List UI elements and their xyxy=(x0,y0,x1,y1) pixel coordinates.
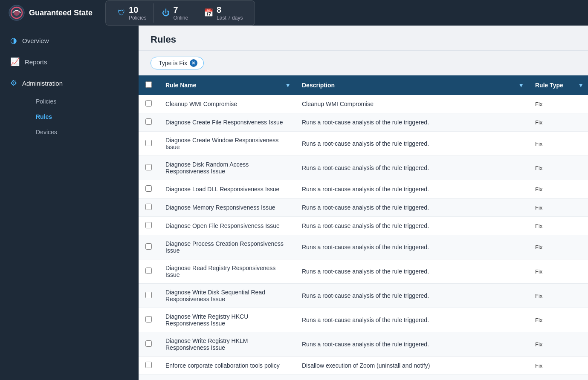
calendar-icon: 📅 xyxy=(204,8,213,17)
row-rule-name: Diagnose Load DLL Responsiveness Issue xyxy=(159,180,295,199)
row-rule-type: Fix xyxy=(528,235,588,259)
row-description: Runs a root-cause analysis of the rule t… xyxy=(295,284,528,308)
table-row: Diagnose Disk Random Access Responsivene… xyxy=(139,156,588,180)
sidebar-overview-label: Overview xyxy=(22,37,49,44)
row-checkbox-cell xyxy=(139,259,159,284)
row-rule-name: Diagnose Create Window Responsiveness Is… xyxy=(159,132,295,156)
policies-count: 10 xyxy=(129,5,146,15)
devices-label: Devices xyxy=(36,129,57,135)
table-row: Diagnose Process Creation Responsiveness… xyxy=(139,235,588,259)
row-checkbox-cell xyxy=(139,180,159,199)
sidebar-item-reports[interactable]: 📈 Reports xyxy=(0,51,139,72)
table-header-type: Rule Type ▼ xyxy=(528,75,588,95)
row-description: Runs a root-cause analysis of the rule t… xyxy=(295,217,528,235)
row-checkbox[interactable] xyxy=(145,185,152,192)
sidebar-submenu-administration: Policies Rules Devices xyxy=(0,94,139,140)
row-rule-name: Diagnose Write Registry HKLM Responsiven… xyxy=(159,332,295,357)
sidebar-item-overview[interactable]: ◑ Overview xyxy=(0,30,139,51)
row-checkbox-cell xyxy=(139,284,159,308)
row-rule-type: Fix xyxy=(528,217,588,235)
row-rule-name: Diagnose Write Registry HKCU Responsiven… xyxy=(159,308,295,332)
row-checkbox[interactable] xyxy=(145,316,152,322)
app-title: Guaranteed State xyxy=(29,9,93,17)
power-icon: ⏻ xyxy=(162,9,170,17)
row-rule-name: Diagnose Read Registry Responsiveness Is… xyxy=(159,259,295,284)
row-checkbox-cell xyxy=(139,113,159,132)
select-all-checkbox[interactable] xyxy=(145,81,152,88)
shield-icon: 🛡 xyxy=(118,9,125,17)
sidebar-reports-label: Reports xyxy=(25,58,47,66)
row-checkbox[interactable] xyxy=(145,100,152,107)
name-filter-icon[interactable]: ▼ xyxy=(285,82,291,89)
filter-chip-label: Type is Fix xyxy=(159,60,187,66)
table-row: Diagnose Load DLL Responsiveness Issue R… xyxy=(139,180,588,199)
row-checkbox[interactable] xyxy=(145,362,152,368)
row-checkbox[interactable] xyxy=(145,292,152,298)
row-checkbox[interactable] xyxy=(145,243,152,250)
table-header-name: Rule Name ▼ xyxy=(159,75,295,95)
top-stats: 🛡 10 Policies ⏻ 7 Online 📅 8 Last 7 days xyxy=(105,0,255,26)
table-row: Diagnose Create Window Responsiveness Is… xyxy=(139,132,588,156)
row-rule-type: Fix xyxy=(528,284,588,308)
rules-table: Rule Name ▼ Description ▼ Rule Type ▼ xyxy=(139,75,588,380)
table-row: Diagnose Write Disk Sequential Read Resp… xyxy=(139,284,588,308)
stat-online: ⏻ 7 Online xyxy=(155,3,195,23)
row-description: Runs a root-cause analysis of the rule t… xyxy=(295,132,528,156)
stat-lastdays: 📅 8 Last 7 days xyxy=(197,3,249,23)
row-checkbox[interactable] xyxy=(145,340,152,347)
stat-policies: 🛡 10 Policies xyxy=(111,3,154,23)
table-row: Diagnose Write Registry HKLM Responsiven… xyxy=(139,332,588,357)
desc-filter-icon[interactable]: ▼ xyxy=(518,82,524,89)
gear-icon: ⚙ xyxy=(10,78,17,88)
row-checkbox[interactable] xyxy=(145,268,152,274)
row-rule-name: Cleanup WMI Compromise xyxy=(159,95,295,113)
table-row: Diagnose Memory Responsiveness Issue Run… xyxy=(139,199,588,217)
row-rule-type: Fix xyxy=(528,259,588,284)
row-rule-name: Diagnose Process Creation Responsiveness… xyxy=(159,235,295,259)
online-label: Online xyxy=(173,15,188,21)
row-rule-type: Fix xyxy=(528,113,588,132)
policies-label: Policies xyxy=(36,98,56,105)
row-checkbox[interactable] xyxy=(145,204,152,210)
table-header-checkbox xyxy=(139,75,159,95)
row-description: Runs a root-cause analysis of the rule t… xyxy=(295,235,528,259)
row-description: Runs a root-cause analysis of the rule t… xyxy=(295,308,528,332)
sidebar-administration-label: Administration xyxy=(22,80,63,87)
type-filter-icon[interactable]: ▼ xyxy=(578,82,584,89)
row-rule-type: Fix xyxy=(528,132,588,156)
row-checkbox-cell xyxy=(139,308,159,332)
filter-bar: Type is Fix ✕ xyxy=(139,51,588,75)
row-checkbox-cell xyxy=(139,357,159,375)
row-checkbox[interactable] xyxy=(145,222,152,228)
filter-chip-close[interactable]: ✕ xyxy=(190,59,197,67)
table-row: Ensure ConfigMgr client is running Ensur… xyxy=(139,375,588,380)
row-rule-type: Fix xyxy=(528,95,588,113)
sidebar-item-rules[interactable]: Rules xyxy=(26,109,139,124)
row-rule-type: Fix xyxy=(528,332,588,357)
row-description: Runs a root-cause analysis of the rule t… xyxy=(295,113,528,132)
row-checkbox-cell xyxy=(139,95,159,113)
row-rule-name: Diagnose Write Disk Sequential Read Resp… xyxy=(159,284,295,308)
sidebar-item-policies[interactable]: Policies xyxy=(26,94,139,109)
page-title: Rules xyxy=(151,34,176,45)
row-description: Runs a root-cause analysis of the rule t… xyxy=(295,199,528,217)
sidebar-item-administration[interactable]: ⚙ Administration xyxy=(0,72,139,94)
sidebar-item-devices[interactable]: Devices xyxy=(26,124,139,140)
row-checkbox[interactable] xyxy=(145,118,152,125)
layout: ◑ Overview 📈 Reports ⚙ Administration Po… xyxy=(0,26,588,380)
row-checkbox-cell xyxy=(139,199,159,217)
online-count: 7 xyxy=(173,5,188,15)
row-checkbox-cell xyxy=(139,217,159,235)
row-rule-name: Diagnose Disk Random Access Responsivene… xyxy=(159,156,295,180)
row-checkbox[interactable] xyxy=(145,164,152,170)
lastdays-count: 8 xyxy=(217,5,243,15)
row-checkbox[interactable] xyxy=(145,140,152,146)
row-description: Ensure the ConfigMgr client service (CCM… xyxy=(295,375,528,380)
reports-icon: 📈 xyxy=(10,57,20,66)
table-container: Rule Name ▼ Description ▼ Rule Type ▼ xyxy=(139,75,588,380)
row-checkbox-cell xyxy=(139,132,159,156)
logo-icon xyxy=(9,5,25,21)
filter-chip-type[interactable]: Type is Fix ✕ xyxy=(151,57,204,69)
row-description: Runs a root-cause analysis of the rule t… xyxy=(295,156,528,180)
row-rule-type: Fix xyxy=(528,156,588,180)
